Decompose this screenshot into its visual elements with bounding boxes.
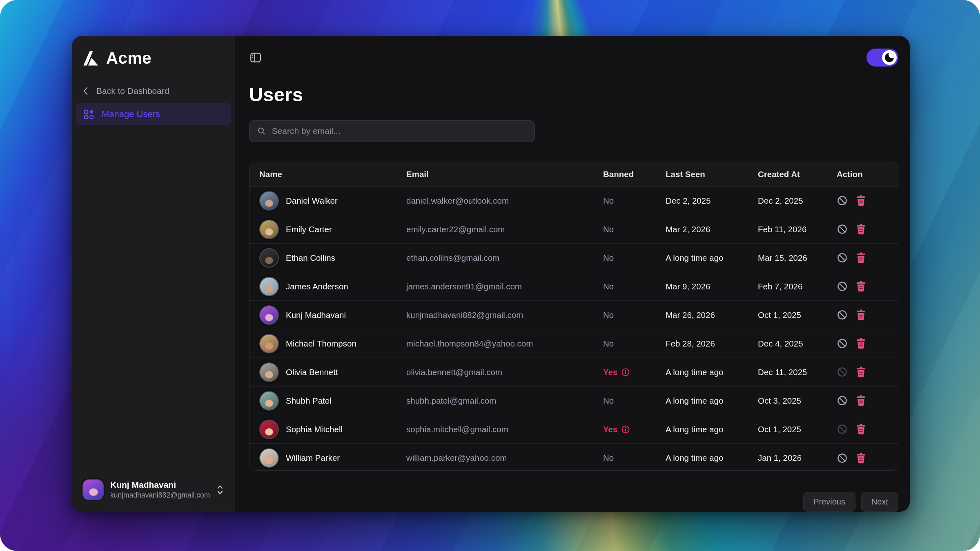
created-at: Dec 11, 2025: [758, 367, 837, 377]
user-name: Emily Carter: [286, 224, 332, 234]
user-avatar: [259, 448, 279, 468]
moon-icon: [885, 53, 894, 62]
delete-user-button[interactable]: [856, 395, 866, 406]
topbar: [249, 47, 898, 68]
user-profile-name: Kunj Madhavani: [110, 480, 209, 490]
ban-icon: [837, 453, 848, 464]
trash-icon: [856, 395, 866, 406]
ban-icon: [837, 309, 848, 320]
sidebar-item-manage-users[interactable]: Manage Users: [76, 103, 231, 125]
ban-user-button[interactable]: [837, 395, 848, 406]
created-at: Oct 3, 2025: [758, 396, 837, 406]
ban-icon: [837, 252, 848, 263]
ban-user-button[interactable]: [837, 281, 848, 292]
banned-status: No: [603, 253, 614, 263]
last-seen: Mar 2, 2026: [666, 224, 758, 234]
trash-icon: [856, 424, 866, 435]
delete-user-button[interactable]: [856, 338, 866, 349]
column-header-name: Name: [249, 169, 406, 179]
back-to-dashboard-link[interactable]: Back to Dashboard: [72, 86, 235, 96]
delete-user-button[interactable]: [856, 281, 866, 292]
banned-status: No: [603, 310, 614, 320]
trash-icon: [856, 367, 866, 378]
ban-user-button[interactable]: [837, 367, 848, 378]
user-name: Olivia Bennett: [286, 367, 338, 377]
app-window: Acme Back to Dashboard Manage Users: [72, 36, 910, 512]
delete-user-button[interactable]: [856, 195, 866, 206]
ban-user-button[interactable]: [837, 453, 848, 464]
user-email: daniel.walker@outlook.com: [406, 196, 509, 206]
ban-user-button[interactable]: [837, 195, 848, 206]
sidebar: Acme Back to Dashboard Manage Users: [72, 36, 235, 512]
last-seen: A long time ago: [666, 424, 758, 434]
previous-page-button[interactable]: Previous: [803, 492, 855, 512]
search-input[interactable]: [272, 126, 527, 136]
acme-logo-icon: [82, 51, 100, 66]
info-icon: [621, 425, 630, 434]
table-row[interactable]: Shubh Patel shubh.patel@gmail.com No A l…: [249, 387, 898, 415]
table-row[interactable]: James Anderson james.anderson91@gmail.co…: [249, 272, 898, 301]
sidebar-collapse-button[interactable]: [249, 51, 262, 64]
user-email: michael.thompson84@yahoo.com: [406, 339, 533, 349]
delete-user-button[interactable]: [856, 367, 866, 378]
banned-status: Yes: [603, 424, 617, 434]
ban-user-button[interactable]: [837, 424, 848, 435]
search-icon: [257, 126, 266, 136]
brand: Acme: [72, 36, 235, 67]
brand-name: Acme: [106, 49, 151, 67]
trash-icon: [856, 453, 866, 464]
user-email: shubh.patel@gmail.com: [406, 396, 496, 406]
user-email: sophia.mitchell@gmail.com: [406, 424, 508, 434]
table-row[interactable]: William Parker william.parker@yahoo.com …: [249, 444, 898, 471]
table-row[interactable]: Olivia Bennett olivia.bennett@gmail.com …: [249, 358, 898, 387]
user-profile-texts: Kunj Madhavani kunjmadhavani882@gmail.co…: [110, 480, 209, 500]
last-seen: A long time ago: [666, 253, 758, 263]
table-row[interactable]: Michael Thompson michael.thompson84@yaho…: [249, 329, 898, 358]
banned-status: No: [603, 396, 614, 406]
ban-icon: [837, 281, 848, 292]
sidebar-item-label: Manage Users: [102, 109, 160, 120]
table-row[interactable]: Kunj Madhavani kunjmadhavani882@gmail.co…: [249, 301, 898, 329]
column-header-action: Action: [837, 169, 898, 179]
user-avatar: [259, 220, 279, 239]
next-page-button[interactable]: Next: [861, 492, 898, 512]
created-at: Dec 4, 2025: [758, 339, 837, 349]
ban-user-button[interactable]: [837, 338, 848, 349]
column-header-last-seen: Last Seen: [666, 169, 758, 179]
table-row[interactable]: Daniel Walker daniel.walker@outlook.com …: [249, 187, 898, 215]
delete-user-button[interactable]: [856, 424, 866, 435]
ban-user-button[interactable]: [837, 252, 848, 263]
ban-user-button[interactable]: [837, 309, 848, 320]
last-seen: Mar 9, 2026: [666, 282, 758, 291]
table-row[interactable]: Emily Carter emily.carter22@gmail.com No…: [249, 215, 898, 244]
info-icon: [621, 368, 630, 377]
user-name: Ethan Collins: [286, 253, 335, 263]
ban-icon: [837, 424, 848, 435]
pagination: Previous Next: [249, 492, 898, 512]
delete-user-button[interactable]: [856, 252, 866, 263]
page-title: Users: [249, 83, 898, 106]
user-email: ethan.collins@gmail.com: [406, 253, 499, 263]
delete-user-button[interactable]: [856, 309, 866, 320]
table-row[interactable]: Ethan Collins ethan.collins@gmail.com No…: [249, 244, 898, 272]
table-row[interactable]: Sophia Mitchell sophia.mitchell@gmail.co…: [249, 415, 898, 444]
main-content: Users Name Email Banned Last Seen Create…: [235, 36, 910, 512]
dark-mode-toggle[interactable]: [866, 49, 898, 67]
banned-status: No: [603, 453, 614, 463]
banned-status: Yes: [603, 367, 617, 377]
ban-icon: [837, 195, 848, 206]
trash-icon: [856, 309, 866, 320]
ban-user-button[interactable]: [837, 224, 848, 235]
user-email: emily.carter22@gmail.com: [406, 224, 505, 234]
trash-icon: [856, 338, 866, 349]
user-name: Daniel Walker: [286, 196, 338, 206]
user-email: james.anderson91@gmail.com: [406, 282, 522, 291]
user-name: Shubh Patel: [286, 396, 332, 406]
last-seen: Feb 28, 2026: [666, 339, 758, 349]
user-profile-button[interactable]: Kunj Madhavani kunjmadhavani882@gmail.co…: [72, 470, 235, 512]
back-link-label: Back to Dashboard: [96, 86, 169, 96]
created-at: Dec 2, 2025: [758, 196, 837, 206]
last-seen: Dec 2, 2025: [666, 196, 758, 206]
delete-user-button[interactable]: [856, 453, 866, 464]
delete-user-button[interactable]: [856, 224, 866, 235]
